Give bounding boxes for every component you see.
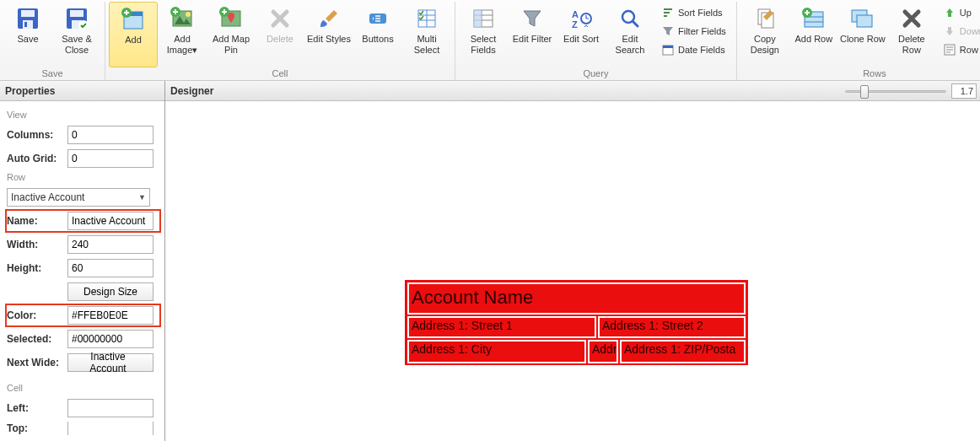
edit-styles-button[interactable]: Edit Styles [304, 2, 353, 67]
sort-fields-button[interactable]: Sort Fields [658, 3, 730, 22]
designer-panel: Designer 1.7 Account Name Address 1: Str… [165, 81, 980, 441]
section-view: View [7, 110, 159, 120]
edit-styles-label: Edit Styles [307, 34, 351, 45]
top-input[interactable] [67, 422, 153, 435]
row-preview[interactable]: Account Name Address 1: Street 1 Address… [405, 280, 748, 365]
svg-rect-1 [21, 10, 35, 17]
columns-label: Columns: [7, 129, 67, 141]
save-close-icon [63, 5, 90, 32]
cell-city[interactable]: Address 1: City [407, 340, 586, 363]
down-button[interactable]: Down [940, 22, 980, 40]
left-input[interactable] [67, 399, 153, 417]
filter-fields-button[interactable]: Filter Fields [658, 22, 730, 40]
left-label: Left: [7, 402, 67, 414]
ribbon-group-save: Save Save & Close Save [0, 2, 105, 80]
height-input[interactable] [67, 259, 153, 277]
add-map-pin-button[interactable]: Add Map Pin [207, 2, 256, 67]
clone-row-icon [849, 5, 876, 32]
designer-canvas[interactable]: Account Name Address 1: Street 1 Address… [165, 101, 980, 441]
cell-state[interactable]: Addr [588, 340, 618, 363]
cell-street1[interactable]: Address 1: Street 1 [407, 316, 596, 338]
color-input[interactable] [67, 306, 153, 325]
buttons-label: Buttons [362, 34, 393, 45]
width-input[interactable] [67, 235, 153, 254]
svg-point-13 [186, 12, 191, 17]
svg-rect-20 [474, 10, 482, 27]
delete-row-button[interactable]: Delete Row [887, 2, 936, 67]
ribbon-group-cell: Add Add Image▾ Add Map Pin Delete [105, 2, 455, 80]
funnel-icon [519, 5, 546, 32]
selected-input[interactable] [67, 330, 153, 348]
zoom-slider[interactable] [845, 84, 946, 98]
add-cell-label: Add [125, 35, 142, 46]
svg-rect-2 [23, 20, 33, 29]
down-label: Down [960, 26, 980, 36]
add-image-button[interactable]: Add Image▾ [158, 2, 207, 67]
cell-account-name[interactable]: Account Name [407, 282, 746, 315]
svg-rect-32 [857, 15, 872, 27]
svg-text:A: A [572, 9, 579, 19]
date-fields-button[interactable]: Date Fields [658, 40, 730, 59]
add-image-label: Add Image▾ [159, 34, 205, 56]
filter-fields-icon [661, 24, 675, 38]
delete-cell-label: Delete [267, 34, 293, 45]
add-cell-button[interactable]: Add [109, 2, 158, 67]
columns-input[interactable] [67, 126, 153, 144]
nextwide-label: Next Wide: [7, 357, 67, 368]
ribbon-toolbar: Save Save & Close Save Add [0, 0, 980, 81]
row-select[interactable]: Inactive Account ▼ [7, 188, 150, 207]
edit-filter-button[interactable]: Edit Filter [508, 2, 557, 67]
delete-icon [267, 5, 293, 32]
edit-sort-button[interactable]: AZ Edit Sort [557, 2, 606, 67]
chevron-down-icon: ▼ [138, 193, 146, 202]
nextwide-button[interactable]: Inactive Account [67, 353, 153, 372]
cell-zip[interactable]: Address 1: ZIP/Posta [620, 340, 746, 363]
delete-cell-button[interactable]: Delete [256, 2, 304, 67]
multi-select-button[interactable]: Multi Select [402, 2, 451, 67]
add-image-icon [169, 5, 196, 32]
edit-search-label: Edit Search [607, 34, 653, 56]
svg-rect-5 [70, 10, 83, 17]
sort-fields-label: Sort Fields [678, 8, 723, 18]
properties-header: Properties [0, 81, 164, 101]
edit-search-button[interactable]: Edit Search [606, 2, 654, 67]
clone-row-button[interactable]: Clone Row [838, 2, 887, 67]
buttons-button[interactable]: Buttons [353, 2, 402, 67]
clone-row-label: Clone Row [840, 34, 886, 45]
sort-icon: AZ [568, 5, 595, 32]
add-row-button[interactable]: Add Row [789, 2, 838, 67]
copy-design-button[interactable]: Copy Design [740, 2, 789, 67]
autogrid-input[interactable] [67, 149, 153, 168]
name-input[interactable] [67, 212, 153, 230]
row-script-button[interactable]: Row Scrip [940, 40, 980, 59]
date-fields-label: Date Fields [678, 45, 725, 55]
delete-row-icon [898, 5, 925, 32]
multi-select-icon [413, 5, 440, 32]
up-button[interactable]: Up [940, 3, 980, 22]
add-map-pin-label: Add Map Pin [208, 34, 254, 56]
save-button[interactable]: Save [3, 2, 52, 67]
delete-row-label: Delete Row [889, 34, 934, 56]
group-label-query: Query [459, 67, 733, 80]
copy-design-label: Copy Design [742, 34, 788, 56]
group-label-rows: Rows [740, 67, 980, 80]
width-label: Width: [7, 239, 67, 250]
search-icon [617, 5, 643, 32]
add-cell-icon [120, 6, 147, 33]
save-close-button[interactable]: Save & Close [52, 2, 101, 67]
row-select-value: Inactive Account [11, 191, 84, 203]
edit-sort-label: Edit Sort [563, 34, 599, 45]
section-row: Row [7, 172, 159, 182]
section-cell: Cell [7, 383, 159, 393]
select-fields-button[interactable]: Select Fields [459, 2, 508, 67]
save-icon [14, 5, 41, 32]
zoom-value[interactable]: 1.7 [951, 83, 977, 99]
group-label-save: Save [3, 67, 101, 80]
edit-filter-label: Edit Filter [513, 34, 552, 45]
cell-street2[interactable]: Address 1: Street 2 [598, 316, 746, 338]
select-fields-label: Select Fields [460, 34, 506, 56]
svg-text:Z: Z [572, 19, 578, 30]
autogrid-label: Auto Grid: [7, 153, 67, 164]
ribbon-group-rows: Copy Design Add Row Clone Row Delete Row [737, 2, 980, 80]
design-size-button[interactable]: Design Size [67, 282, 153, 301]
